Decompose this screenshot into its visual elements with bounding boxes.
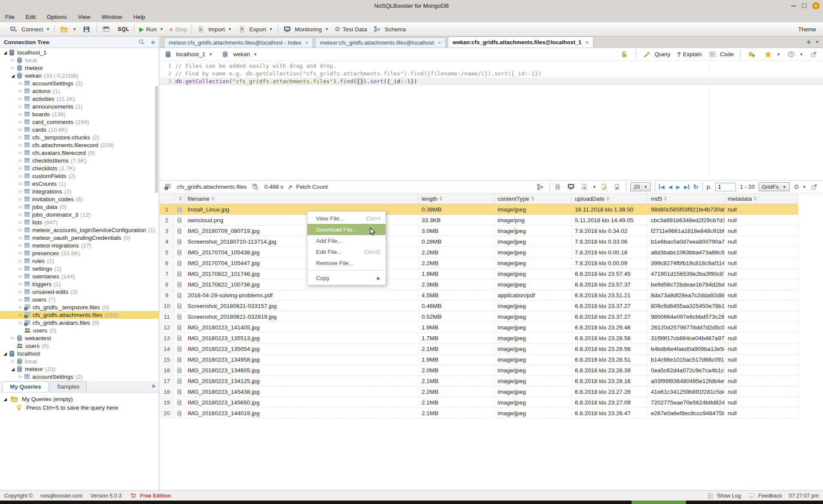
tree-item[interactable]: ▷rules(1) [0,257,159,265]
tree-item[interactable]: ▷cfs_gridfs.avatars.files(9) [0,319,159,326]
console-view-icon[interactable] [568,184,574,190]
next-page-button[interactable]: ▶ [676,184,680,190]
favorites-button[interactable]: ▼ [764,51,780,57]
row-preview-cell[interactable] [174,247,185,257]
menu-item-edit[interactable]: Edit [26,14,36,20]
table-row[interactable]: 18IMG_20180223_145438.jpg2.2MBimage/jpeg… [160,386,798,397]
table-row[interactable]: 1Install_Linux.jpg0.38MBimage/jpeg16.11.… [160,204,798,215]
prev-page-button[interactable]: ◀ [668,184,672,190]
collapse-sidebar-button[interactable]: « [151,39,155,45]
row-preview-cell[interactable] [174,322,185,332]
table-row[interactable]: 8IMG_20170822_100736.jpg2.3MBimage/jpeg6… [160,279,798,290]
tree-item[interactable]: ▷jobs_data(0) [0,203,159,211]
row-preview-cell[interactable] [174,344,185,354]
row-preview-cell[interactable] [174,204,185,214]
collapsed-icon[interactable]: ▷ [18,135,23,139]
chevron-down-icon[interactable]: ▼ [253,52,257,57]
site-link[interactable]: nosqlbooster.com [40,493,82,499]
stop-button[interactable]: ■Stop [170,26,187,33]
collapsed-icon[interactable]: ▷ [18,97,23,101]
tree-item[interactable]: ◢wekan(33 | 0.21GB) [0,72,159,79]
collapsed-icon[interactable]: ▷ [18,143,23,147]
row-preview-cell[interactable] [174,269,185,279]
collapsed-icon[interactable]: ▷ [18,166,23,170]
tree-item[interactable]: ▷swimlanes(144) [0,272,159,280]
tree-item[interactable]: ▷unsaved-edits(3) [0,288,159,296]
context-menu-item-remove-file[interactable]: Remove File... [307,257,386,269]
tree-item[interactable]: ▷card_comments(194) [0,118,159,126]
expanded-icon[interactable]: ◢ [3,50,8,55]
row-preview-cell[interactable] [174,226,185,236]
collapsed-icon[interactable]: ▷ [18,174,23,178]
lock-button[interactable] [620,51,629,57]
tree-item[interactable]: ▷triggers(1) [0,280,159,288]
tree-item[interactable]: ▷local [0,56,159,64]
collapsed-icon[interactable]: ▷ [18,189,23,193]
row-preview-cell[interactable] [174,279,185,290]
table-row[interactable]: 16IMG_20180223_134605.jpg2.0MBimage/jpeg… [160,365,798,376]
collapsed-icon[interactable]: ▷ [18,158,23,163]
row-preview-cell[interactable] [174,365,185,375]
test-data-button[interactable]: ⚙Test Data [335,25,367,33]
server-selector[interactable]: localhost_1 [176,51,205,57]
tree-item[interactable]: ▷cfs._tempstore.chunks(2) [0,133,159,141]
table-row[interactable]: 15IMG_20180223_134958.jpg1.9MBimage/jpeg… [160,354,798,365]
expanded-icon[interactable]: ◢ [3,397,8,401]
page-size-select[interactable]: 20▼ [630,182,651,191]
table-row[interactable]: 7IMG_20170822_101746.jpg1.9MBimage/jpeg6… [160,269,798,279]
delete-document-icon[interactable] [614,184,620,190]
collapsed-icon[interactable]: ▷ [10,58,15,62]
refresh-icon[interactable]: ↻ [693,183,698,191]
my-queries-root[interactable]: ◢ My Queries (empty) [0,395,159,403]
grid-header-contentType[interactable]: contentType [495,193,572,204]
close-icon[interactable]: × [438,39,441,46]
add-document-button[interactable]: ▼ [580,184,596,190]
table-row[interactable]: 3IMG_20180709_080719.jpg3.0MBimage/jpeg7… [160,226,798,236]
close-icon[interactable]: × [586,39,589,45]
tree-item[interactable]: ▷invitation_codes(6) [0,195,159,203]
collapsed-icon[interactable]: ▷ [18,228,23,232]
editor-line[interactable]: 2// Find by name e.g. db.getCollection("… [160,70,823,78]
collapsed-icon[interactable]: ▷ [18,297,23,302]
table-row[interactable]: 6IMG_20170704_105447.jpg2.2MBimage/jpeg7… [160,258,798,269]
view-document-icon[interactable] [555,184,561,190]
collapsed-icon[interactable]: ▷ [18,120,23,124]
collapsed-icon[interactable]: ▷ [18,305,23,309]
tree-item[interactable]: ▷cfs.attachments.filerecord(224) [0,141,159,149]
schema-button[interactable]: Schema [373,26,406,33]
edition-badge[interactable]: Free Edition [129,493,171,499]
menu-item-options[interactable]: Options [47,14,67,20]
tree-item[interactable]: ▷actions(1) [0,87,159,95]
expanded-icon[interactable]: ◢ [10,73,15,78]
collapsed-icon[interactable]: ▷ [18,274,23,278]
editor-line[interactable]: 1// Files can be added easily with drag … [160,62,823,70]
collapsed-icon[interactable]: ▷ [18,313,23,317]
tab-list-button[interactable]: ▼ [815,40,819,44]
maximize-button[interactable] [802,3,807,8]
results-settings-button[interactable]: ⚙▼ [794,183,806,191]
table-row[interactable]: 4Screenshot_20180710-113714.jpg0.28MBima… [160,236,798,247]
tree-item[interactable]: ▷announcements(1) [0,103,159,110]
minimize-button[interactable] [791,6,796,6]
row-preview-cell[interactable] [174,311,185,322]
tree-item[interactable]: ▷meteor_accounts_loginServiceConfigurati… [0,226,159,234]
tree-item[interactable]: users(0) [0,342,159,350]
table-row[interactable]: 11Screenshot_20180621-032819.jpg0.52MBim… [160,311,798,322]
menu-item-window[interactable]: Window [102,14,122,20]
tree-item[interactable]: ▷cfs_gridfs.attachments.files(222) [0,311,159,319]
grid-header-metadata[interactable]: metadata [725,193,798,204]
expand-editor-button[interactable] [810,51,819,57]
import-button[interactable]: Import▼ [197,26,231,33]
tree-item[interactable]: ▷cfs_gridfs._tempstore.files(0) [0,303,159,311]
collapsed-icon[interactable]: ▷ [18,212,23,217]
database-selector[interactable]: wekan [233,51,250,57]
sql-button[interactable]: SQL [118,26,129,32]
first-page-button[interactable]: ◀ [659,184,664,190]
tree-item[interactable]: ▷customFields(2) [0,172,159,180]
row-preview-cell[interactable] [174,236,185,247]
show-log-button[interactable]: Show Log [707,493,741,499]
menu-item-file[interactable]: File [5,14,15,20]
feedback-button[interactable]: Feedback [748,493,782,499]
document-tab-1[interactable]: meteor:cfs_gridfs.attachments.files@loca… [164,37,313,48]
editor-line[interactable]: 3db.getCollection("cfs_gridfs.attachment… [160,78,823,85]
